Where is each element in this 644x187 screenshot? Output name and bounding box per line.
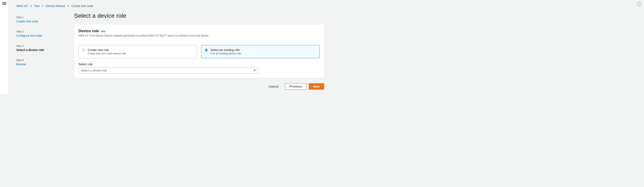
main-area: i AWS IoT Test Device Advisor Create tes… [8, 0, 644, 94]
radio-title: Select an existing role [210, 48, 241, 52]
step-link-review[interactable]: Review [16, 63, 26, 66]
radio-title: Create new role [88, 48, 126, 52]
step-link-configure-test-suite[interactable]: Configure test suite [16, 34, 42, 37]
breadcrumb-aws-iot[interactable]: AWS IoT [16, 4, 28, 8]
wizard-actions: Cancel Previous Next [74, 83, 324, 90]
panel-header: Device role Info AWS IoT Core Device Adv… [78, 29, 320, 41]
chevron-down-icon [254, 70, 256, 71]
panel-title: Device role [78, 29, 99, 33]
info-link[interactable]: Info [101, 30, 106, 33]
select-placeholder: Select a device role [81, 69, 107, 72]
wizard-step-1: Step 1 Create test suite [16, 12, 66, 27]
breadcrumb: AWS IoT Test Device Advisor Create test … [16, 4, 329, 8]
wizard-step-4: Step 4 Review [16, 55, 66, 69]
help-info-icon[interactable]: i [637, 2, 641, 6]
radio-description: Use an existing device role [210, 52, 241, 55]
radio-icon [82, 49, 85, 52]
radio-create-new-role[interactable]: Create new role Create and use a new dev… [78, 45, 197, 58]
radio-select-existing-role[interactable]: Select an existing role Use an existing … [201, 45, 320, 58]
step-number: Step 3 [16, 44, 66, 47]
step-current-label: Select a device role [16, 48, 66, 52]
page-title: Select a device role [74, 12, 324, 19]
device-role-panel: Device role Info AWS IoT Core Device Adv… [74, 24, 324, 78]
next-button[interactable]: Next [309, 83, 324, 90]
chevron-right-icon [42, 5, 44, 7]
previous-button[interactable]: Previous [285, 83, 306, 90]
select-role-label: Select role [78, 63, 320, 66]
step-number: Step 1 [16, 16, 66, 19]
cancel-button[interactable]: Cancel [264, 83, 283, 89]
chevron-right-icon [30, 5, 32, 7]
select-role-dropdown[interactable]: Select a device role [78, 67, 258, 74]
step-link-create-test-suite[interactable]: Create test suite [16, 20, 38, 23]
radio-group: Create new role Create and use a new dev… [78, 45, 320, 58]
left-menu-bar [0, 0, 8, 94]
wizard-steps: Step 1 Create test suite Step 2 Configur… [16, 12, 66, 69]
breadcrumb-test[interactable]: Test [34, 4, 40, 8]
step-number: Step 4 [16, 59, 66, 62]
step-number: Step 2 [16, 30, 66, 33]
wizard-step-2: Step 2 Configure test suite [16, 27, 66, 41]
radio-description: Create and use a new device role [88, 52, 126, 55]
form-area: Select a device role Device role Info AW… [74, 12, 324, 90]
hamburger-menu-icon[interactable] [2, 2, 6, 5]
panel-subtitle: AWS IoT Core Device Advisor requires per… [78, 34, 320, 37]
wizard-step-3: Step 3 Select a device role [16, 41, 66, 55]
breadcrumb-current: Create test suite [72, 4, 93, 8]
breadcrumb-device-advisor[interactable]: Device Advisor [46, 4, 66, 8]
radio-icon [205, 49, 208, 52]
chevron-right-icon [68, 5, 69, 7]
